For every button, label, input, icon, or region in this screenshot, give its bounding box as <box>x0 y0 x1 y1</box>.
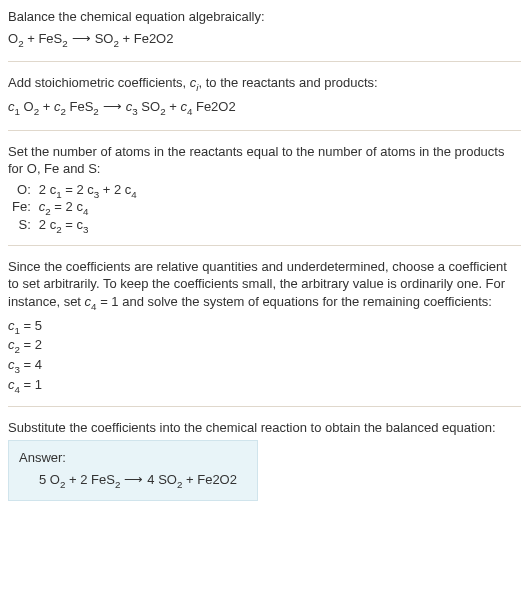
ans-fes2-sub: 2 <box>115 478 120 489</box>
coeff-line: c3 = 4 <box>8 356 521 376</box>
stoich-intro: Add stoichiometric coefficients, ci, to … <box>8 74 521 94</box>
eq: = 2 c <box>51 199 83 214</box>
mid: + 2 c <box>99 182 131 197</box>
ans-so2: 4 SO <box>147 472 177 487</box>
table-row: O: 2 c1 = 2 c3 + 2 c4 <box>8 182 141 200</box>
cv-val: = 1 <box>20 377 42 392</box>
section-problem: Balance the chemical equation algebraica… <box>8 8 521 62</box>
coeff-line: c4 = 1 <box>8 376 521 396</box>
arrow-icon: ⟶ <box>72 30 91 48</box>
cv-val: = 2 <box>20 337 42 352</box>
lhs: 2 c <box>39 182 56 197</box>
table-row: Fe: c2 = 2 c4 <box>8 199 141 217</box>
stoich-equation: c1 O2 + c2 FeS2 ⟶ c3 SO2 + c4 Fe2O2 <box>8 98 521 118</box>
eq-fes2-sub: 2 <box>62 37 67 48</box>
solve-intro-b: = 1 and solve the system of equations fo… <box>97 294 492 309</box>
atoms-intro: Set the number of atoms in the reactants… <box>8 143 521 178</box>
equation-s: 2 c2 = c3 <box>35 217 141 235</box>
ans-fes2: + 2 FeS <box>65 472 115 487</box>
ans-o2: 5 O <box>39 472 60 487</box>
plus2: + <box>166 99 181 114</box>
cv-val: = 4 <box>20 357 42 372</box>
eq-fes2: + FeS <box>24 31 63 46</box>
arrow-icon-3: ⟶ <box>124 471 143 489</box>
problem-intro: Balance the chemical equation algebraica… <box>8 8 521 26</box>
eq: = c <box>62 217 83 232</box>
table-row: S: 2 c2 = c3 <box>8 217 141 235</box>
atom-table: O: 2 c1 = 2 c3 + 2 c4 Fe: c2 = 2 c4 S: 2… <box>8 182 141 235</box>
eq-fe2o2: + Fe2O2 <box>119 31 174 46</box>
ans-fe2o2: + Fe2O2 <box>182 472 237 487</box>
element-s: S: <box>8 217 35 235</box>
element-fe: Fe: <box>8 199 35 217</box>
lhs: 2 c <box>39 217 56 232</box>
stoich-intro-a: Add stoichiometric coefficients, <box>8 75 190 90</box>
sp-fe2o2: Fe2O2 <box>192 99 235 114</box>
answer-equation: 5 O2 + 2 FeS2 ⟶ 4 SO2 + Fe2O2 <box>19 471 247 491</box>
equation-o: 2 c1 = 2 c3 + 2 c4 <box>35 182 141 200</box>
sp-fes2: FeS <box>66 99 93 114</box>
substitute-intro: Substitute the coefficients into the che… <box>8 419 521 437</box>
rhs-sub: 3 <box>83 224 88 235</box>
element-o: O: <box>8 182 35 200</box>
equation-fe: c2 = 2 c4 <box>35 199 141 217</box>
section-solve: Since the coefficients are relative quan… <box>8 258 521 407</box>
section-stoich: Add stoichiometric coefficients, ci, to … <box>8 74 521 131</box>
answer-box: Answer: 5 O2 + 2 FeS2 ⟶ 4 SO2 + Fe2O2 <box>8 440 258 501</box>
answer-label: Answer: <box>19 449 247 467</box>
eq-so2: SO <box>95 31 114 46</box>
sp-so2: SO <box>138 99 160 114</box>
stoich-intro-b: , to the reactants and products: <box>199 75 378 90</box>
rhs-sub2: 4 <box>131 188 136 199</box>
eq: = 2 c <box>62 182 94 197</box>
problem-equation: O2 + FeS2 ⟶ SO2 + Fe2O2 <box>8 30 521 50</box>
sp-fes2-sub: 2 <box>93 106 98 117</box>
section-atoms: Set the number of atoms in the reactants… <box>8 143 521 246</box>
arrow-icon-2: ⟶ <box>103 98 122 116</box>
rhs-sub: 4 <box>83 206 88 217</box>
coeff-line: c1 = 5 <box>8 317 521 337</box>
coefficients-list: c1 = 5 c2 = 2 c3 = 4 c4 = 1 <box>8 317 521 396</box>
eq-o2: O <box>8 31 18 46</box>
cv-val: = 5 <box>20 318 42 333</box>
plus1: + <box>39 99 54 114</box>
coeff-line: c2 = 2 <box>8 336 521 356</box>
sp-o2: O <box>20 99 34 114</box>
section-answer: Substitute the coefficients into the che… <box>8 419 521 512</box>
solve-intro: Since the coefficients are relative quan… <box>8 258 521 313</box>
